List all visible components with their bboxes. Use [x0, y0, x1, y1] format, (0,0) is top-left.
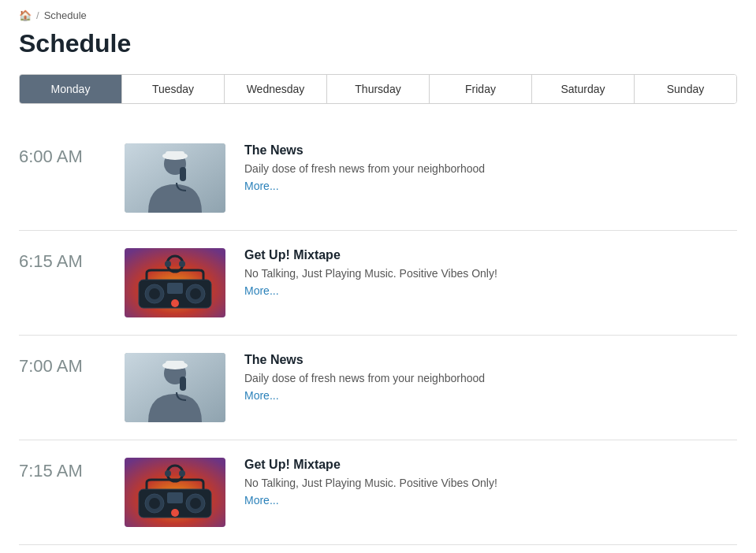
schedule-list: 6:00 AM The NewsDaily dose of fresh news…	[19, 126, 737, 545]
svg-rect-22	[166, 361, 184, 369]
show-info: Get Up! MixtapeNo Talking, Just Playing …	[244, 458, 737, 507]
svg-rect-29	[167, 492, 183, 503]
show-thumbnail	[125, 143, 225, 213]
show-title: Get Up! Mixtape	[244, 458, 737, 472]
svg-point-28	[190, 498, 201, 509]
schedule-time: 6:00 AM	[19, 143, 106, 167]
show-info: The NewsDaily dose of fresh news from yo…	[244, 353, 737, 402]
show-title: The News	[244, 143, 737, 158]
svg-point-15	[179, 261, 185, 267]
svg-point-32	[179, 470, 185, 477]
schedule-time: 7:00 AM	[19, 353, 106, 377]
breadcrumb: 🏠 / Schedule	[19, 9, 737, 21]
show-title: The News	[244, 353, 737, 367]
page-title: Schedule	[19, 29, 737, 58]
day-tab-tuesday[interactable]: Tuesday	[122, 75, 225, 103]
show-thumbnail	[125, 248, 225, 317]
more-link[interactable]: More...	[244, 494, 737, 507]
day-tab-monday[interactable]: Monday	[20, 75, 122, 103]
more-link[interactable]: More...	[244, 284, 737, 297]
svg-rect-5	[166, 151, 184, 159]
day-tabs: MondayTuesdayWednesdayThursdayFridaySatu…	[19, 74, 737, 104]
schedule-row: 7:00 AM The NewsDaily dose of fresh news…	[19, 336, 737, 440]
breadcrumb-current: Schedule	[44, 9, 87, 21]
day-tab-thursday[interactable]: Thursday	[327, 75, 430, 103]
day-tab-wednesday[interactable]: Wednesday	[225, 75, 327, 103]
svg-rect-12	[167, 283, 183, 294]
schedule-time: 7:15 AM	[19, 458, 106, 481]
show-description: Daily dose of fresh news from your neigh…	[244, 372, 737, 384]
day-tab-sunday[interactable]: Sunday	[635, 75, 736, 103]
schedule-row: 7:15 AM Get Up! MixtapeNo Talking, Just …	[19, 440, 737, 545]
day-tab-saturday[interactable]: Saturday	[532, 75, 635, 103]
svg-point-14	[165, 261, 171, 267]
svg-rect-20	[180, 377, 186, 391]
show-description: No Talking, Just Playing Music. Positive…	[244, 477, 737, 489]
more-link[interactable]: More...	[244, 180, 737, 192]
day-tab-friday[interactable]: Friday	[430, 75, 532, 103]
schedule-time: 6:15 AM	[19, 248, 106, 272]
show-info: The NewsDaily dose of fresh news from yo…	[244, 143, 737, 192]
svg-point-9	[149, 288, 160, 299]
svg-point-26	[149, 498, 160, 509]
svg-rect-3	[180, 167, 186, 181]
schedule-row: 6:00 AM The NewsDaily dose of fresh news…	[19, 126, 737, 231]
breadcrumb-separator: /	[36, 9, 39, 21]
schedule-row: 6:15 AM Get Up! MixtapeNo Talking, Just …	[19, 231, 737, 336]
home-icon[interactable]: 🏠	[19, 9, 32, 21]
show-thumbnail	[125, 458, 225, 527]
more-link[interactable]: More...	[244, 389, 737, 402]
svg-point-33	[171, 509, 179, 517]
show-description: Daily dose of fresh news from your neigh…	[244, 162, 737, 175]
svg-point-11	[190, 288, 201, 299]
show-description: No Talking, Just Playing Music. Positive…	[244, 267, 737, 280]
show-info: Get Up! MixtapeNo Talking, Just Playing …	[244, 248, 737, 297]
svg-point-31	[165, 470, 171, 477]
show-thumbnail	[125, 353, 225, 422]
svg-point-16	[171, 299, 179, 307]
show-title: Get Up! Mixtape	[244, 248, 737, 262]
